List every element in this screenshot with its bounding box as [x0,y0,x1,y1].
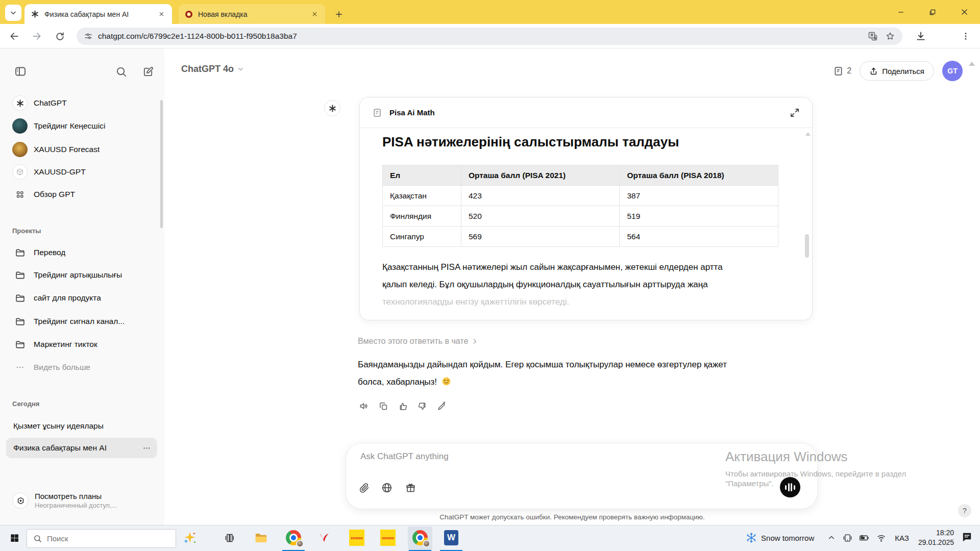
tab-close-icon[interactable] [310,10,319,19]
canvas-scrollbar[interactable] [805,234,809,258]
table-header-row: Ел Орташа балл (PISA 2021) Орташа балл (… [383,165,778,186]
canvas-documents-button[interactable]: 2 [833,66,851,77]
sidebar-item-gpt-overview[interactable]: Обзор GPT [6,184,157,205]
message-input[interactable] [360,452,718,462]
sidebar-scrollbar[interactable] [160,100,163,228]
back-button[interactable] [7,29,21,43]
system-tray: Snow tomorrow КАЗ 18:20 29.01.2025 [746,525,980,550]
search-highlights-icon[interactable] [178,525,202,550]
smiling-emoji [442,377,451,386]
share-button[interactable]: Поделиться [860,61,934,81]
sidebar-item-xauusd-forecast[interactable]: XAUUSD Forecast [6,139,157,160]
chrome-icon-active[interactable] [408,525,432,550]
exness-icon-2[interactable]: exness [376,525,400,550]
view-plans-button[interactable]: Посмотреть планы Неограниченный доступ,.… [6,487,157,514]
omnibox[interactable] [77,28,902,45]
expand-icon[interactable] [790,108,800,118]
gift-button[interactable] [402,479,419,496]
table-row: Сингапур 569 564 [383,227,778,247]
close-window-button[interactable] [948,0,980,24]
paragraph-line: Қазақстанның PISA нәтижелері жыл сайын ж… [382,259,786,276]
browser-menu-button[interactable] [959,29,973,43]
downloads-button[interactable] [914,29,928,43]
table-cell: 519 [620,206,778,227]
taskbar-search-input[interactable] [47,534,139,543]
scroll-up-arrow[interactable] [969,62,975,66]
edit-in-canvas-button[interactable] [435,399,448,413]
canvas-scroll-up-arrow[interactable] [805,132,811,136]
web-search-button[interactable] [378,479,396,496]
sidebar-item-trading-advisor[interactable]: Трейдинг Кеңесшісі [6,116,157,136]
exness-icon[interactable]: exness [345,525,369,550]
sidebar-item-label: XAUUSD-GPT [34,167,86,177]
sidebar-chat-service-ideas[interactable]: Қызмет ұсыну идеялары [6,416,157,436]
message-actions [357,399,448,413]
start-button[interactable] [2,525,27,550]
translate-icon[interactable] [868,31,878,41]
taskbar-search-box[interactable] [27,529,176,548]
minimize-button[interactable] [885,0,917,24]
battery-icon[interactable] [859,532,870,543]
maximize-button[interactable] [917,0,948,24]
gpt-avatar [12,142,28,157]
sidebar-project-trading-advantage[interactable]: Трейдинг артықшылығы [6,265,157,285]
globe-icon [381,482,393,493]
language-indicator[interactable]: КАЗ [895,534,909,542]
red-v-app-icon[interactable] [312,525,336,550]
tab-chatgpt[interactable]: Физика сабақтары мен AI [24,4,172,24]
wifi-icon[interactable] [876,533,887,543]
composer[interactable] [346,443,818,509]
task-view-button[interactable] [217,525,241,550]
chat-options-icon[interactable] [142,444,151,453]
chrome-icon[interactable] [281,525,306,550]
gpt-avatar [12,118,28,134]
new-tab-button[interactable] [332,7,346,21]
bookmark-star-icon[interactable] [885,31,895,41]
file-explorer-icon[interactable] [249,525,273,550]
tab-new-tab[interactable]: Новая вкладка [179,4,325,24]
sidebar-see-more[interactable]: Видеть больше [6,357,157,378]
thumbs-down-button[interactable] [415,399,429,413]
help-button[interactable]: ? [958,504,971,517]
clock[interactable]: 18:20 29.01.2025 [918,528,954,547]
sidebar-project-signal-channel[interactable]: Трейдинг сигнал канал... [6,311,157,332]
canvas-count-value: 2 [847,66,851,76]
site-settings-icon[interactable] [84,32,93,41]
reload-button[interactable] [53,29,67,43]
sidebar-item-xauusd-gpt[interactable]: XAUUSD-GPT [6,162,157,182]
notification-center-button[interactable] [961,531,973,545]
sidebar-item-label: сайт для продукта [34,293,101,303]
tab-close-icon[interactable] [157,10,166,19]
sidebar-toggle-button[interactable] [11,62,30,81]
sidebar-project-marketing-tiktok[interactable]: Маркетинг тикток [6,334,157,355]
reply-in-chat-link[interactable]: Вместо этого ответить в чате [358,337,478,346]
table-header-cell: Ел [383,165,461,186]
table-header-cell: Орташа балл (PISA 2021) [461,165,620,186]
canvas-card[interactable]: Pisa Ai Math PISA нәтижелерінің салыстыр… [359,97,813,320]
sidebar-item-chatgpt[interactable]: ChatGPT [6,93,157,113]
table-cell: 564 [620,227,778,247]
sidebar-project-perevod[interactable]: Перевод [6,242,157,263]
assistant-message: Баяндамаңызды дайындап қойдым. Егер қосы… [358,356,827,391]
forward-button[interactable] [30,29,44,43]
copy-button[interactable] [377,399,390,413]
chatgpt-app: ChatGPT Трейдинг Кеңесшісі XAUUSD Foreca… [0,48,980,525]
sidebar-chat-physics-ai[interactable]: Физика сабақтары мен AI [6,438,157,458]
word-icon[interactable]: W [439,525,463,550]
search-chats-button[interactable] [112,62,130,81]
voice-mode-button[interactable] [780,477,800,497]
sidebar-project-product-site[interactable]: сайт для продукта [6,288,157,308]
model-selector[interactable]: ChatGPT 4o [181,64,244,74]
weather-label[interactable]: Snow tomorrow [761,534,814,542]
url-input[interactable] [98,32,868,41]
read-aloud-button[interactable] [357,399,371,413]
sidebar-item-label: Трейдинг Кеңесшісі [34,121,105,131]
thumbs-up-button[interactable] [396,399,409,413]
display-cast-icon[interactable] [843,533,852,543]
account-avatar[interactable]: GT [942,61,963,81]
search-icon [115,66,127,78]
new-chat-button[interactable] [139,62,157,81]
tab-search-button[interactable] [5,5,21,21]
attach-file-button[interactable] [355,479,373,496]
hidden-icons-chevron[interactable] [827,534,836,542]
